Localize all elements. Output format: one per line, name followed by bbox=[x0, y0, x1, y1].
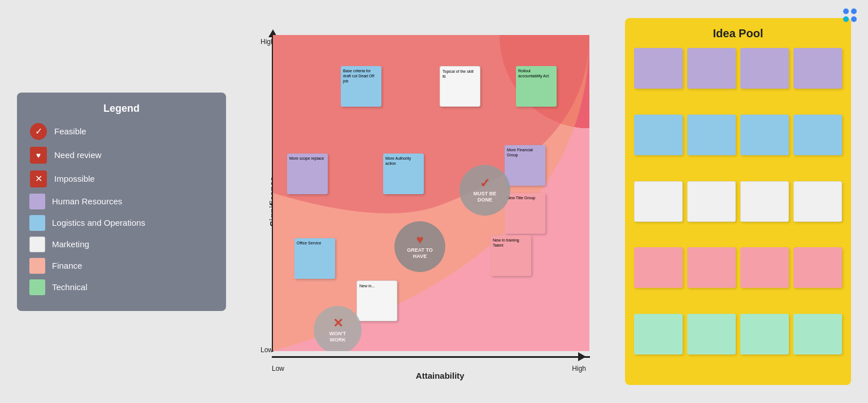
idea-sticky-8[interactable] bbox=[793, 115, 842, 155]
logo-dot-2 bbox=[851, 8, 857, 14]
legend-label-impossible: Impossible bbox=[54, 174, 95, 183]
logistics-swatch bbox=[29, 215, 45, 231]
idea-sticky-12[interactable] bbox=[793, 181, 842, 222]
check-badge: ✓ bbox=[30, 123, 47, 140]
idea-sticky-5[interactable] bbox=[634, 115, 683, 155]
legend-panel: Legend ✓ Feasible ♥ Need review ✕ Imposs… bbox=[17, 93, 226, 311]
x-axis-low-label: Low bbox=[272, 365, 284, 373]
sticky-note-s6[interactable]: More Financial Group bbox=[505, 145, 545, 186]
marketing-swatch bbox=[29, 236, 45, 252]
priority-matrix-chart: Significance Attainability High Low Low … bbox=[245, 18, 606, 385]
sticky-note-s9[interactable]: New In training Talent bbox=[491, 235, 531, 276]
heart-zone-icon: ♥ bbox=[416, 234, 423, 246]
y-axis-low-label: Low bbox=[261, 346, 273, 354]
chart-plot-area: Base criteria for draft cut Dead Off job… bbox=[273, 35, 589, 351]
idea-sticky-19[interactable] bbox=[740, 314, 789, 354]
sticky-note-s10[interactable]: New in... bbox=[357, 281, 397, 321]
sticky-note-s7[interactable]: New Title Group bbox=[505, 193, 545, 234]
legend-label-marketing: Marketing bbox=[52, 239, 89, 249]
feasible-icon: ✓ bbox=[29, 122, 47, 141]
idea-sticky-2[interactable] bbox=[687, 48, 736, 89]
sticky-note-s3[interactable]: Rollout accountability Act bbox=[516, 66, 557, 107]
idea-sticky-18[interactable] bbox=[687, 314, 736, 354]
wont-work-zone: ✕ WON'TWORK bbox=[314, 306, 362, 351]
idea-sticky-14[interactable] bbox=[687, 247, 736, 288]
sticky-note-s2[interactable]: Topical of the skill fit bbox=[440, 66, 480, 107]
idea-sticky-6[interactable] bbox=[687, 115, 736, 155]
x-axis-arrow bbox=[578, 352, 586, 361]
logo-dot-4 bbox=[851, 16, 857, 22]
check-zone-icon: ✓ bbox=[480, 177, 490, 190]
y-axis-high-label: High bbox=[261, 38, 275, 46]
legend-item-finance: Finance bbox=[29, 258, 214, 274]
x-axis-high-label: High bbox=[572, 365, 586, 373]
idea-sticky-15[interactable] bbox=[740, 247, 789, 288]
idea-sticky-7[interactable] bbox=[740, 115, 789, 155]
legend-title: Legend bbox=[29, 103, 214, 115]
sticky-note-s8[interactable]: Office Service bbox=[294, 238, 335, 279]
x-zone-icon: ✕ bbox=[333, 317, 343, 330]
idea-sticky-20[interactable] bbox=[793, 314, 842, 354]
idea-sticky-4[interactable] bbox=[793, 48, 842, 89]
legend-label-feasible: Feasible bbox=[54, 126, 86, 136]
logo-dot-3 bbox=[843, 16, 849, 22]
logo-dots bbox=[843, 8, 857, 22]
legend-label-logistics: Logistics and Operations bbox=[52, 218, 145, 227]
must-be-done-zone: ✓ MUST BEDONE bbox=[459, 165, 510, 216]
legend-item-logistics: Logistics and Operations bbox=[29, 215, 214, 231]
impossible-icon: ✕ bbox=[29, 170, 47, 188]
legend-label-finance: Finance bbox=[52, 261, 82, 270]
legend-label-need-review: Need review bbox=[54, 150, 101, 160]
legend-item-marketing: Marketing bbox=[29, 236, 214, 252]
legend-item-impossible: ✕ Impossible bbox=[29, 170, 214, 188]
legend-item-technical: Technical bbox=[29, 279, 214, 295]
idea-pool-panel: Idea Pool bbox=[625, 18, 851, 385]
sticky-note-s1[interactable]: Base criteria for draft cut Dead Off job bbox=[341, 66, 381, 107]
idea-sticky-16[interactable] bbox=[793, 247, 842, 288]
idea-pool-title: Idea Pool bbox=[634, 27, 842, 40]
legend-label-hr: Human Resources bbox=[52, 196, 122, 206]
legend-item-feasible: ✓ Feasible bbox=[29, 122, 214, 141]
idea-sticky-13[interactable] bbox=[634, 247, 683, 288]
sticky-note-s4[interactable]: More scope replace bbox=[287, 154, 328, 194]
logo-dot-1 bbox=[843, 8, 849, 14]
heart-badge: ♥ bbox=[30, 147, 47, 164]
hr-swatch bbox=[29, 194, 45, 209]
sticky-note-s5[interactable]: More Authority action bbox=[383, 154, 424, 194]
idea-pool-grid bbox=[634, 48, 842, 376]
great-to-have-zone: ♥ GREAT TOHAVE bbox=[394, 221, 445, 272]
idea-sticky-1[interactable] bbox=[634, 48, 683, 89]
x-badge: ✕ bbox=[30, 170, 47, 187]
legend-label-technical: Technical bbox=[52, 282, 88, 292]
legend-item-hr: Human Resources bbox=[29, 194, 214, 209]
idea-sticky-17[interactable] bbox=[634, 314, 683, 354]
idea-sticky-11[interactable] bbox=[740, 181, 789, 222]
x-axis-label: Attainability bbox=[416, 371, 465, 380]
idea-sticky-9[interactable] bbox=[634, 181, 683, 222]
x-axis-line bbox=[272, 356, 590, 358]
idea-sticky-3[interactable] bbox=[740, 48, 789, 89]
need-review-icon: ♥ bbox=[29, 146, 47, 164]
wont-work-label: WON'TWORK bbox=[329, 331, 346, 343]
logo-area bbox=[843, 8, 857, 22]
technical-swatch bbox=[29, 279, 45, 295]
idea-sticky-10[interactable] bbox=[687, 181, 736, 222]
great-to-have-label: GREAT TOHAVE bbox=[407, 247, 433, 260]
finance-swatch bbox=[29, 258, 45, 274]
legend-item-need-review: ♥ Need review bbox=[29, 146, 214, 164]
must-be-done-label: MUST BEDONE bbox=[474, 191, 497, 203]
